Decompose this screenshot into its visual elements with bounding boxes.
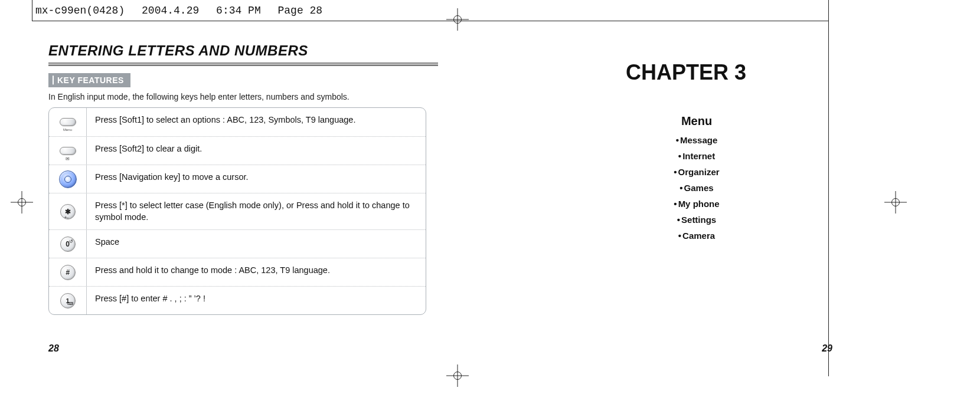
table-row: Press and hold it to change to mode : AB…	[49, 258, 426, 286]
registration-mark-icon	[446, 8, 469, 31]
file-name: mx-c99en(0428)	[35, 5, 125, 17]
registration-mark-icon	[884, 191, 907, 214]
file-time: 6:34 PM	[216, 5, 261, 17]
menu-item: Games	[667, 183, 726, 193]
page-title: ENTERING LETTERS AND NUMBERS	[48, 42, 438, 59]
row-desc: Space	[87, 230, 426, 258]
key-features-table: Press [Soft1] to select an options : ABC…	[48, 107, 426, 315]
soft2-clear-key-icon	[60, 147, 76, 155]
row-desc: Press [#] to enter # . , ; : ” ’? !	[87, 287, 426, 314]
table-row: Space	[49, 229, 426, 258]
menu-item: Camera	[667, 231, 726, 241]
menu-item: Internet	[667, 151, 726, 161]
page-left: ENTERING LETTERS AND NUMBERS KEY FEATURE…	[48, 42, 438, 337]
table-row: Press [Navigation key] to move a cursor.	[49, 165, 426, 193]
menu-item: Message	[667, 135, 726, 145]
zero-key-icon	[60, 237, 76, 252]
registration-mark-icon	[446, 364, 469, 387]
section-label: KEY FEATURES	[48, 73, 130, 87]
row-desc: Press [Soft1] to select an options : ABC…	[87, 108, 426, 136]
page-number-left: 28	[48, 343, 59, 354]
menu-block: Menu Message Internet Organizer Games My…	[661, 114, 874, 247]
chapter-title: CHAPTER 3	[626, 60, 874, 85]
row-desc: Press [*] to select letter case (English…	[87, 193, 426, 229]
page-number-right: 29	[822, 343, 832, 354]
navigation-key-icon	[59, 170, 77, 188]
one-key-icon	[60, 293, 76, 308]
row-desc: Press and hold it to change to mode : AB…	[87, 258, 426, 286]
menu-heading: Menu	[681, 114, 712, 128]
title-rule	[48, 63, 438, 66]
menu-list: Message Internet Organizer Games My phon…	[667, 135, 726, 247]
menu-item: Settings	[667, 215, 726, 225]
file-header: mx-c99en(0428) 2004.4.29 6:34 PM Page 28	[35, 5, 322, 17]
page-right: CHAPTER 3 Menu Message Internet Organize…	[484, 42, 874, 337]
menu-item: My phone	[667, 199, 726, 209]
file-date: 2004.4.29	[142, 5, 199, 17]
soft1-menu-key-icon	[60, 118, 76, 126]
intro-text: In English input mode, the following key…	[48, 92, 438, 101]
table-row: Press [#] to enter # . , ; : ” ’? !	[49, 286, 426, 314]
file-page: Page 28	[278, 5, 323, 17]
hash-key-icon	[60, 265, 76, 280]
registration-mark-icon	[11, 191, 33, 214]
star-key-icon	[60, 204, 76, 219]
row-desc: Press [Soft2] to clear a digit.	[87, 137, 426, 165]
table-row: Press [Soft2] to clear a digit.	[49, 136, 426, 165]
table-row: Press [*] to select letter case (English…	[49, 193, 426, 229]
menu-item: Organizer	[667, 167, 726, 177]
row-desc: Press [Navigation key] to move a cursor.	[87, 165, 426, 193]
table-row: Press [Soft1] to select an options : ABC…	[49, 108, 426, 136]
